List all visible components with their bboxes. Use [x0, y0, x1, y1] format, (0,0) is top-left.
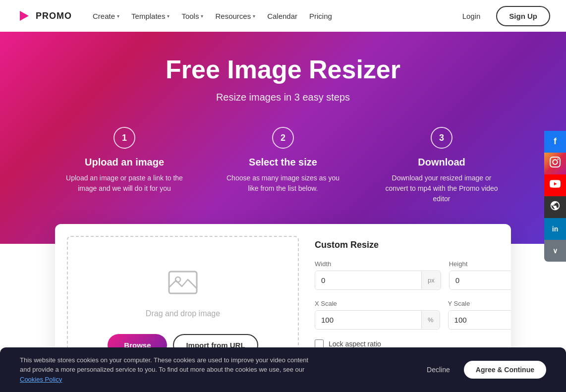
resize-row-scale: X Scale % Y Scale % [315, 300, 495, 330]
hero-subtitle: Resize images in 3 easy steps [16, 92, 550, 103]
width-label: Width [315, 260, 441, 268]
drag-drop-text: Drag and drop image [146, 309, 220, 318]
social-youtube-button[interactable] [544, 174, 566, 196]
cookie-text: This website stores cookies on your comp… [20, 355, 317, 385]
nav-label-resources: Resources [215, 12, 251, 20]
instagram-icon [550, 157, 561, 170]
nav-label-pricing: Pricing [309, 12, 332, 20]
youtube-icon [550, 178, 561, 192]
decline-button[interactable]: Decline [419, 362, 458, 378]
step-2: 2 Select the size Choose as many image s… [224, 127, 342, 204]
width-unit: px [421, 272, 441, 289]
y-scale-input[interactable] [449, 311, 511, 329]
step-1: 1 Upload an image Upload an image or pas… [65, 127, 184, 204]
cookie-message: This website stores cookies on your comp… [20, 356, 308, 374]
chevron-down-icon: ▾ [201, 13, 203, 19]
navbar-right: Login Sign Up [454, 6, 550, 26]
chevron-down-icon: ▾ [117, 13, 119, 19]
nav-item-templates[interactable]: Templates ▾ [126, 8, 174, 24]
x-scale-input[interactable] [315, 311, 421, 329]
resize-row-dimensions: Width px Height px [315, 260, 495, 290]
step-3: 3 Download Download your resized image o… [382, 127, 501, 204]
navbar-left: PROMO Create ▾ Templates ▾ Tools ▾ Resou… [16, 8, 337, 24]
login-button[interactable]: Login [454, 8, 489, 24]
svg-marker-0 [20, 11, 29, 21]
social-facebook-button[interactable]: f [544, 131, 566, 153]
step-1-desc: Upload an image or paste a link to the i… [65, 173, 184, 194]
nav-item-calendar[interactable]: Calendar [262, 8, 302, 24]
chevron-down-icon: ▾ [167, 13, 170, 19]
globe-icon [550, 200, 561, 214]
height-label: Height [449, 260, 511, 268]
y-scale-label: Y Scale [448, 300, 511, 307]
x-scale-field: X Scale % [315, 300, 440, 330]
signup-button[interactable]: Sign Up [496, 6, 550, 26]
chevron-down-icon: ∨ [553, 247, 558, 255]
logo-icon [16, 8, 32, 24]
social-instagram-button[interactable] [544, 153, 566, 174]
x-scale-label: X Scale [315, 300, 440, 307]
width-field: Width px [315, 260, 441, 290]
nav-item-create[interactable]: Create ▾ [88, 8, 124, 24]
social-sidebar: f in ∨ [544, 131, 566, 262]
navbar: PROMO Create ▾ Templates ▾ Tools ▾ Resou… [0, 0, 566, 32]
step-3-title: Download [382, 157, 501, 168]
lock-aspect-label: Lock aspect ratio [329, 340, 381, 348]
facebook-icon: f [554, 136, 557, 147]
cookie-buttons: Decline Agree & Continue [419, 361, 546, 379]
social-globe-button[interactable] [544, 196, 566, 218]
step-1-circle: 1 [113, 127, 135, 149]
social-collapse-button[interactable]: ∨ [544, 240, 566, 262]
nav-item-tools[interactable]: Tools ▾ [176, 8, 208, 24]
height-input[interactable] [450, 271, 511, 289]
y-scale-input-wrap: % [448, 310, 511, 330]
nav-label-templates: Templates [131, 12, 165, 20]
nav-item-resources[interactable]: Resources ▾ [210, 8, 260, 24]
agree-button[interactable]: Agree & Continue [464, 361, 546, 379]
resize-title: Custom Resize [315, 240, 495, 250]
linkedin-icon: in [552, 225, 558, 233]
height-field: Height px [449, 260, 511, 290]
x-scale-unit: % [421, 311, 440, 329]
height-input-wrap: px [449, 271, 511, 290]
nav-label-create: Create [93, 12, 115, 20]
steps-container: 1 Upload an image Upload an image or pas… [16, 127, 550, 204]
logo[interactable]: PROMO [16, 8, 72, 24]
step-3-desc: Download your resized image or convert t… [382, 173, 501, 204]
chevron-down-icon: ▾ [253, 13, 255, 19]
step-2-title: Select the size [224, 157, 342, 168]
step-1-title: Upload an image [65, 157, 184, 168]
step-2-desc: Choose as many image sizes as you like f… [224, 173, 342, 194]
nav-items: Create ▾ Templates ▾ Tools ▾ Resources ▾… [88, 8, 337, 24]
step-2-circle: 2 [272, 127, 294, 149]
nav-label-calendar: Calendar [267, 12, 297, 20]
logo-text: PROMO [36, 11, 72, 21]
width-input-wrap: px [315, 271, 441, 290]
width-input[interactable] [315, 271, 421, 289]
hero-title: Free Image Resizer [16, 56, 550, 84]
cookie-banner: This website stores cookies on your comp… [0, 347, 566, 392]
y-scale-field: Y Scale % [448, 300, 511, 330]
social-linkedin-button[interactable]: in [544, 218, 566, 240]
hero-section: Free Image Resizer Resize images in 3 ea… [0, 32, 566, 244]
image-placeholder-icon [165, 266, 201, 301]
cookie-policy-link[interactable]: Cookies Policy [20, 376, 62, 383]
x-scale-input-wrap: % [315, 310, 440, 330]
nav-item-pricing[interactable]: Pricing [304, 8, 337, 24]
step-3-circle: 3 [431, 127, 453, 149]
nav-label-tools: Tools [181, 12, 199, 20]
